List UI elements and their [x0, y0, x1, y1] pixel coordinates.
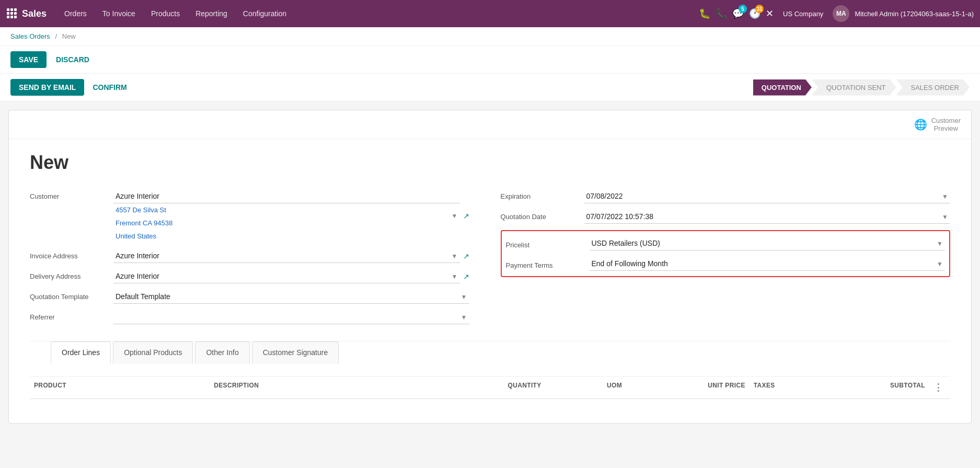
customer-preview-area: 🌐 Customer Preview — [9, 110, 971, 139]
nav-menu: Orders To Invoice Products Reporting Con… — [57, 6, 699, 21]
table-kebab-icon[interactable]: ⋮ — [933, 382, 943, 393]
form-area: New Customer Azure Interior ▼ 4557 De Si… — [9, 139, 971, 376]
customer-preview-button[interactable]: 🌐 Customer Preview — [914, 117, 961, 132]
payment-terms-row: Payment Terms End of Following Month ▼ — [502, 254, 950, 274]
referrer-select[interactable] — [113, 310, 469, 324]
apps-icon[interactable] — [6, 8, 17, 20]
form-right: Expiration 07/08/2022 ▼ Quotation Date 0… — [490, 189, 951, 330]
clock-icon[interactable]: 🕐 31 — [749, 8, 760, 19]
status-quotation-sent[interactable]: QUOTATION SENT — [812, 79, 896, 96]
th-product: Product — [30, 382, 210, 393]
invoice-address-value-wrap: Azure Interior ▼ ↗ — [113, 249, 469, 263]
customer-address-line3: United States — [113, 230, 460, 243]
company-name: US Company — [783, 10, 823, 18]
topnav-right-icons: 🐛 📞 💬 5 🕐 31 ✕ US Company MA Mitchell Ad… — [699, 5, 974, 22]
delivery-address-value-wrap: Azure Interior ▼ ↗ — [113, 269, 469, 283]
invoice-address-label: Invoice Address — [30, 249, 113, 260]
form-grid: Customer Azure Interior ▼ 4557 De Silva … — [30, 189, 950, 330]
customer-preview-label: Customer Preview — [931, 117, 961, 132]
delivery-address-input-container: Azure Interior ▼ — [113, 269, 460, 283]
pricelist-input-container: USD Retailers (USD) ▼ — [590, 236, 946, 250]
phone-icon[interactable]: 📞 — [716, 8, 727, 19]
expiration-select[interactable]: 07/08/2022 — [584, 189, 951, 203]
table-header: Product Description Quantity UoM Unit Pr… — [30, 376, 950, 399]
globe-icon: 🌐 — [914, 118, 927, 131]
tab-optional-products[interactable]: Optional Products — [113, 341, 193, 364]
nav-configuration[interactable]: Configuration — [236, 6, 294, 21]
referrer-row: Referrer ▼ — [30, 310, 469, 324]
invoice-address-external-link-icon[interactable]: ↗ — [463, 252, 469, 260]
quotation-date-label: Quotation Date — [501, 210, 584, 221]
quotation-date-row: Quotation Date 07/07/2022 10:57:38 ▼ — [501, 210, 951, 224]
nav-orders[interactable]: Orders — [57, 6, 94, 21]
close-icon[interactable]: ✕ — [766, 8, 774, 19]
nav-reporting[interactable]: Reporting — [188, 6, 235, 21]
confirm-button[interactable]: CONFIRM — [88, 79, 131, 96]
expiration-label: Expiration — [501, 189, 584, 200]
tab-order-lines[interactable]: Order Lines — [51, 341, 111, 364]
breadcrumb: Sales Orders / New — [0, 27, 980, 46]
th-actions: ⋮ — [929, 382, 950, 393]
pricelist-row: Pricelist USD Retailers (USD) ▼ — [502, 233, 950, 254]
tab-other-info[interactable]: Other Info — [195, 341, 249, 364]
nav-to-invoice[interactable]: To Invoice — [95, 6, 143, 21]
customer-label: Customer — [30, 189, 113, 200]
send-email-button[interactable]: SEND BY EMAIL — [10, 79, 84, 96]
svg-rect-4 — [10, 12, 13, 15]
customer-row: Customer Azure Interior ▼ 4557 De Silva … — [30, 189, 469, 243]
user-name: Mitchell Admin (17204063-saas-15-1-a) — [855, 10, 974, 18]
top-navigation: Sales Orders To Invoice Products Reporti… — [0, 0, 980, 27]
customer-external-link-icon[interactable]: ↗ — [463, 212, 469, 220]
invoice-address-select[interactable]: Azure Interior — [113, 249, 460, 263]
th-uom: UoM — [570, 382, 660, 393]
customer-address-line2: Fremont CA 94538 — [113, 216, 460, 230]
th-subtotal: Subtotal — [839, 382, 929, 393]
delivery-address-external-link-icon[interactable]: ↗ — [463, 272, 469, 281]
breadcrumb-current: New — [62, 32, 76, 40]
breadcrumb-parent[interactable]: Sales Orders — [10, 32, 50, 40]
svg-rect-0 — [7, 8, 9, 11]
status-quotation[interactable]: QUOTATION — [753, 79, 812, 96]
quotation-template-label: Quotation Template — [30, 290, 113, 301]
breadcrumb-separator: / — [55, 32, 57, 40]
delivery-address-label: Delivery Address — [30, 269, 113, 280]
highlighted-section: Pricelist USD Retailers (USD) ▼ Payment … — [501, 230, 951, 277]
payment-terms-label: Payment Terms — [506, 258, 590, 269]
bug-icon[interactable]: 🐛 — [699, 8, 710, 19]
quotation-date-select[interactable]: 07/07/2022 10:57:38 — [584, 210, 951, 224]
status-pipeline: QUOTATION QUOTATION SENT SALES ORDER — [753, 79, 970, 96]
delivery-address-row: Delivery Address Azure Interior ▼ ↗ — [30, 269, 469, 283]
svg-rect-7 — [10, 16, 13, 18]
quotation-template-select[interactable]: Default Template — [113, 290, 469, 304]
customer-select[interactable]: Azure Interior — [113, 189, 460, 203]
table-area: Product Description Quantity UoM Unit Pr… — [9, 376, 971, 399]
main-content: 🌐 Customer Preview New Customer Azure In… — [8, 110, 972, 424]
form-left: Customer Azure Interior ▼ 4557 De Silva … — [30, 189, 490, 330]
th-quantity: Quantity — [480, 382, 570, 393]
delivery-address-select[interactable]: Azure Interior — [113, 269, 460, 283]
chat-icon[interactable]: 💬 5 — [732, 8, 744, 19]
svg-rect-6 — [7, 16, 9, 18]
pricelist-select[interactable]: USD Retailers (USD) — [590, 236, 946, 250]
expiration-row: Expiration 07/08/2022 ▼ — [501, 189, 951, 203]
payment-terms-select[interactable]: End of Following Month — [590, 257, 946, 271]
tab-customer-signature[interactable]: Customer Signature — [252, 341, 339, 364]
workflow-actions: SEND BY EMAIL CONFIRM — [10, 79, 753, 96]
customer-input-container: Azure Interior ▼ 4557 De Silva St Fremon… — [113, 189, 460, 243]
pricelist-label: Pricelist — [506, 238, 590, 249]
save-button[interactable]: SAVE — [10, 51, 47, 68]
referrer-label: Referrer — [30, 310, 113, 321]
svg-rect-8 — [14, 16, 17, 18]
avatar[interactable]: MA — [833, 5, 849, 22]
brand-logo: Sales — [22, 8, 47, 19]
discard-button[interactable]: DISCARD — [52, 51, 94, 68]
action-bar: SAVE DISCARD — [0, 46, 980, 74]
quotation-template-row: Quotation Template Default Template ▼ — [30, 290, 469, 304]
expiration-input-container: 07/08/2022 ▼ — [584, 189, 951, 203]
nav-products[interactable]: Products — [144, 6, 187, 21]
workflow-bar: SEND BY EMAIL CONFIRM QUOTATION QUOTATIO… — [0, 74, 980, 101]
status-sales-order[interactable]: SALES ORDER — [896, 79, 970, 96]
svg-rect-5 — [14, 12, 17, 15]
clock-badge: 31 — [755, 5, 764, 13]
svg-rect-3 — [7, 12, 9, 15]
